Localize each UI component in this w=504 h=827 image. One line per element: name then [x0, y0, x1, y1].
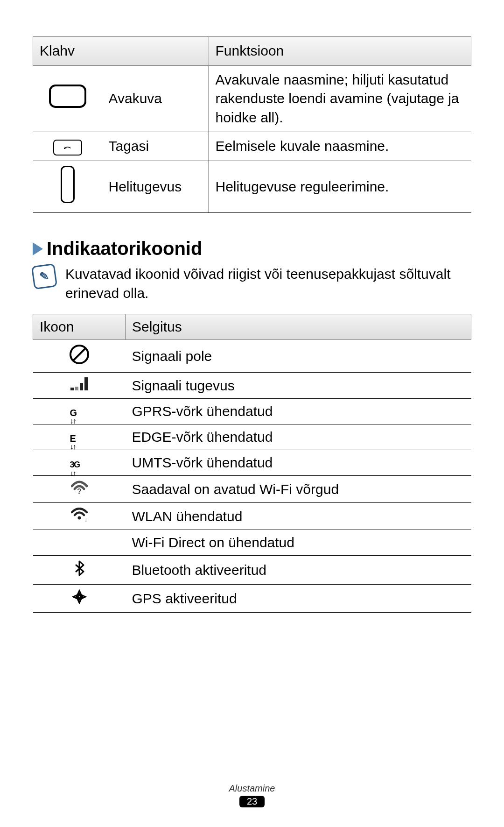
key-desc: Avakuvale naasmine; hiljuti kasutatud ra… — [209, 65, 471, 132]
bluetooth-icon — [74, 560, 84, 576]
indicator-desc: GPRS-võrk ühendatud — [126, 399, 471, 424]
keys-table: Klahv Funktsioon Avakuva Avakuvale naasm… — [33, 36, 471, 213]
key-name: Avakuva — [102, 65, 209, 132]
table-row: E↓↑ EDGE-võrk ühendatud — [33, 424, 471, 450]
info-note-text: Kuvatavad ikoonid võivad riigist või tee… — [65, 265, 471, 303]
umts-3g-network-icon: 3G↓↑ — [70, 460, 89, 469]
key-desc: Helitugevuse reguleerimine. — [209, 161, 471, 213]
indicator-desc: WLAN ühendatud — [126, 503, 471, 530]
wifi-available-icon: ? — [71, 481, 88, 495]
section-title: Indikaatorikoonid — [47, 238, 202, 259]
indicator-desc: Wi-Fi Direct on ühendatud — [126, 530, 471, 556]
table-row: ? Saadaval on avatud Wi-Fi võrgud — [33, 476, 471, 503]
page-number: 23 — [239, 796, 265, 807]
svg-point-1 — [77, 516, 81, 520]
table-row: ⤺ Tagasi Eelmisele kuvale naasmine. — [33, 132, 471, 161]
table-row: Signaali pole — [33, 340, 471, 373]
info-icon: ✎ — [31, 263, 57, 290]
indicators-header-icon: Ikoon — [33, 314, 126, 340]
gps-icon — [72, 589, 87, 604]
signal-strength-icon — [70, 377, 88, 390]
edge-network-icon: E↓↑ — [70, 434, 89, 443]
indicator-desc: UMTS-võrk ühendatud — [126, 450, 471, 476]
indicator-desc: GPS aktiveeritud — [126, 585, 471, 613]
page-footer: Alustamine 23 — [0, 783, 504, 807]
indicators-table: Ikoon Selgitus Signaali pole Signaali tu… — [33, 314, 471, 613]
indicator-desc: Signaali pole — [126, 340, 471, 373]
table-row: Wi-Fi Direct on ühendatud — [33, 530, 471, 556]
key-desc: Eelmisele kuvale naasmine. — [209, 132, 471, 161]
wlan-connected-icon: ↓↑ — [71, 508, 88, 522]
volume-key-icon — [61, 166, 75, 203]
indicator-desc: EDGE-võrk ühendatud — [126, 424, 471, 450]
key-name: Helitugevus — [102, 161, 209, 213]
table-row: 3G↓↑ UMTS-võrk ühendatud — [33, 450, 471, 476]
table-row: Avakuva Avakuvale naasmine; hiljuti kasu… — [33, 65, 471, 132]
table-row: Bluetooth aktiveeritud — [33, 556, 471, 585]
key-name: Tagasi — [102, 132, 209, 161]
chevron-right-icon — [33, 242, 43, 255]
keys-table-header-func: Funktsioon — [209, 37, 471, 66]
home-key-icon — [49, 85, 86, 108]
indicator-desc: Signaali tugevus — [126, 373, 471, 399]
table-row: ↓↑ WLAN ühendatud — [33, 503, 471, 530]
no-signal-icon — [70, 345, 89, 364]
table-row: Helitugevus Helitugevuse reguleerimine. — [33, 161, 471, 213]
footer-section-name: Alustamine — [0, 783, 504, 794]
svg-text:↓↑: ↓↑ — [84, 516, 88, 522]
section-heading: Indikaatorikoonid — [33, 238, 471, 259]
info-note: ✎ Kuvatavad ikoonid võivad riigist või t… — [33, 265, 471, 303]
back-key-icon: ⤺ — [53, 140, 82, 156]
indicator-desc: Saadaval on avatud Wi-Fi võrgud — [126, 476, 471, 503]
gprs-network-icon: G↓↑ — [70, 408, 89, 417]
keys-table-header-key: Klahv — [33, 37, 209, 66]
indicators-header-desc: Selgitus — [126, 314, 471, 340]
page: Klahv Funktsioon Avakuva Avakuvale naasm… — [0, 0, 504, 827]
svg-text:?: ? — [77, 488, 82, 495]
table-row: Signaali tugevus — [33, 373, 471, 399]
indicator-desc: Bluetooth aktiveeritud — [126, 556, 471, 585]
table-row: G↓↑ GPRS-võrk ühendatud — [33, 399, 471, 424]
table-row: GPS aktiveeritud — [33, 585, 471, 613]
